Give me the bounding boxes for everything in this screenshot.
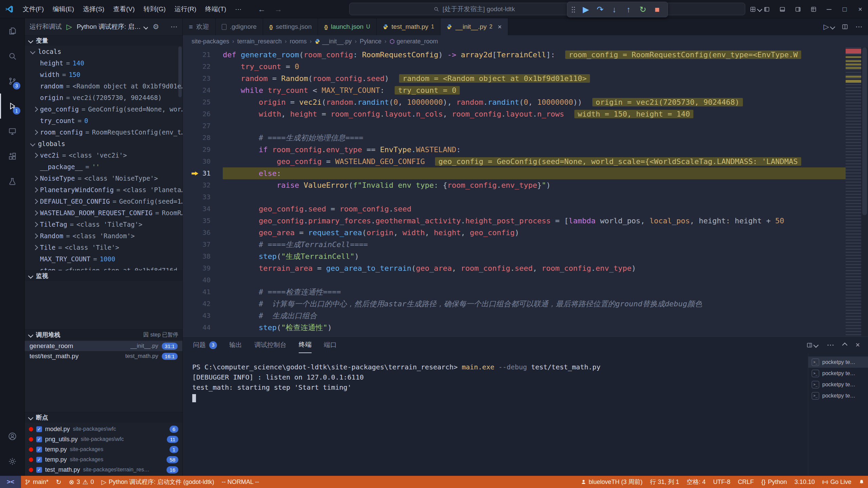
restore-button[interactable]: □ (837, 0, 852, 18)
toggle-secondary-sidebar-icon[interactable] (790, 0, 806, 18)
variable-row[interactable]: vec2i = <class 'vec2i'> (25, 149, 182, 161)
panel-tab-输出[interactable]: 输出 (229, 337, 242, 353)
start-debug-icon[interactable]: ▷ (66, 23, 72, 31)
minimap[interactable] (846, 47, 861, 337)
breadcrumb-item[interactable]: generate_room (390, 38, 438, 45)
line-number[interactable]: 39 (183, 262, 223, 274)
line-number[interactable]: 27 (183, 120, 223, 132)
status-git-branch[interactable]: main* (21, 476, 52, 488)
line-number[interactable]: 32 (183, 179, 223, 191)
variables-scope-row[interactable]: globals (25, 138, 182, 149)
line-number[interactable]: 21 (183, 49, 223, 61)
breadcrumb-item[interactable]: terrain_research (237, 38, 282, 45)
line-number[interactable]: 34 (183, 203, 223, 215)
breakpoint-checkbox[interactable]: ✓ (36, 447, 42, 452)
line-number[interactable]: 38 (183, 250, 223, 262)
line-number[interactable]: 35 (183, 215, 223, 227)
activity-testing-button[interactable] (0, 169, 24, 194)
line-number[interactable]: 42 (183, 298, 223, 310)
breakpoint-checkbox[interactable]: ✓ (36, 457, 42, 463)
status-git-sync[interactable]: ↻ (52, 476, 65, 488)
activity-settings-button[interactable] (0, 449, 24, 474)
line-number[interactable]: 25 (183, 96, 223, 108)
breakpoint-row[interactable]: ✓png_utils.pysite-packages\wfc11 (25, 434, 182, 444)
line-number[interactable]: 23 (183, 73, 223, 84)
run-python-file-button[interactable]: ▷ (824, 23, 834, 31)
scrollbar-thumb[interactable] (862, 47, 867, 215)
status-debug-configuration[interactable]: ▷Python 调试程序: 启动文件 (godot-ldtk) (98, 476, 218, 488)
breakpoints-section-header[interactable]: 断点 (25, 412, 182, 423)
variable-row[interactable]: MAX_TRY_COUNT = 1000 (25, 253, 182, 265)
line-number[interactable]: 31 (183, 167, 223, 179)
line-number[interactable]: 43 (183, 310, 223, 322)
line-number[interactable]: 30 (183, 156, 223, 167)
nav-forward-button[interactable]: → (274, 5, 282, 14)
tab-test_math.py[interactable]: test_math.py1 (377, 18, 441, 35)
code-line[interactable]: 25 origin = vec2i(random.randint(0, 1000… (183, 96, 868, 108)
status-cursor-position[interactable]: 行 31, 列 1 (646, 476, 683, 488)
more-actions-icon[interactable]: ⋯ (855, 23, 863, 31)
line-number[interactable]: 33 (183, 191, 223, 203)
variable-row[interactable]: WASTELAND_ROOM_REQUEST_CONFIG = RoomR… (25, 207, 182, 219)
activity-remote-explorer-button[interactable] (0, 119, 24, 144)
activity-run-and-debug-button[interactable]: 1 (0, 94, 24, 119)
line-number[interactable]: 40 (183, 274, 223, 286)
code-line[interactable]: 21def generate_room(room_config: RoomReq… (183, 49, 868, 61)
command-center-search[interactable]: [处于开发宿主] godot-ldtk (349, 3, 745, 15)
activity-source-control-button[interactable]: 3 (0, 68, 24, 94)
customize-layout-icon[interactable] (806, 0, 821, 18)
code-line[interactable]: 45 exit_combinations: list[tuple[vec2i, … (183, 333, 868, 337)
breakpoint-checkbox[interactable]: ✓ (36, 436, 42, 442)
line-number[interactable]: 44 (183, 322, 223, 333)
activity-explorer-button[interactable] (0, 18, 24, 43)
status-problems[interactable]: ⊗3⚠0 (65, 476, 98, 488)
call-stack-section-header[interactable]: 调用堆栈 因 step 已暂停 (25, 329, 182, 340)
panel-tab-端口[interactable]: 端口 (324, 337, 337, 353)
menu-more-button[interactable]: ··· (231, 5, 246, 13)
menu-item[interactable]: 终端(T) (201, 5, 231, 14)
toggle-sidebar-icon[interactable] (759, 0, 774, 18)
line-number[interactable]: 28 (183, 132, 223, 144)
tab-launch.json[interactable]: {}launch.jsonU (318, 18, 376, 35)
step-over-button[interactable]: ↷ (594, 5, 607, 14)
terminal-list-item[interactable]: >_pocketpy te… (808, 357, 868, 368)
menu-item[interactable]: 查看(V) (109, 5, 139, 14)
status-go-live[interactable]: Go Live (818, 476, 855, 488)
step-into-button[interactable]: ↓ (608, 5, 621, 14)
status-encoding[interactable]: UTF-8 (709, 476, 734, 488)
status-python-version[interactable]: 3.10.10 (791, 476, 818, 488)
tab-欢迎[interactable]: ≡欢迎 (183, 18, 216, 35)
code-line[interactable]: 29 if room_config.env_type == EnvType.WA… (183, 144, 868, 156)
status-notifications[interactable] (855, 476, 868, 488)
status-indentation[interactable]: 空格: 4 (683, 476, 709, 488)
code-line[interactable]: 43 # 生成出口组合 (183, 310, 868, 322)
breadcrumb-item[interactable]: rooms (290, 38, 307, 45)
restart-button[interactable]: ↻ (636, 5, 649, 14)
breakpoint-row[interactable]: ✓temp.pysite-packages58 (25, 454, 182, 465)
code-line[interactable]: 35 geo_config.primary_forces.geothermal_… (183, 215, 868, 227)
menu-item[interactable]: 转到(G) (139, 5, 170, 14)
breadcrumb-item[interactable]: site-packages (192, 38, 229, 45)
panel-tab-问题[interactable]: 问题3 (193, 337, 217, 353)
menu-item[interactable]: 运行(R) (170, 5, 201, 14)
variable-row[interactable]: step = <function step at 0x1bf8d716d… (25, 265, 182, 270)
maximize-panel-icon[interactable] (842, 342, 848, 348)
variable-row[interactable]: origin = vec2i(7205730, 9024468) (25, 92, 182, 103)
variable-row[interactable]: room_config = RoomRequestConfig(env_t… (25, 126, 182, 138)
nav-back-button[interactable]: ← (258, 5, 265, 14)
code-line[interactable]: 27 (183, 120, 868, 132)
breakpoint-row[interactable]: ✓model.pysite-packages\wfc6 (25, 424, 182, 434)
code-editor[interactable]: 21def generate_room(room_config: RoomReq… (183, 47, 868, 337)
line-number[interactable]: 41 (183, 286, 223, 298)
code-line[interactable]: 33 (183, 191, 868, 203)
menu-item[interactable]: 编辑(E) (48, 5, 78, 14)
terminal-list-item[interactable]: >_pocketpy te… (808, 379, 868, 390)
debug-config-dropdown[interactable]: Python 调试程序: 启… (77, 22, 148, 31)
status-language-mode[interactable]: {}Python (757, 476, 791, 488)
panel-tab-调试控制台[interactable]: 调试控制台 (254, 337, 287, 353)
code-line[interactable]: 37 # ====生成TerrainCell==== (183, 239, 868, 250)
status-blame-author[interactable]: blueloveTH (3 周前) (577, 476, 646, 488)
terminal[interactable]: PS C:\computer_science\godot-ldtk\site-p… (183, 353, 808, 476)
variables-scope-row[interactable]: locals (25, 46, 182, 57)
more-actions-icon[interactable]: ⋯ (171, 23, 178, 31)
